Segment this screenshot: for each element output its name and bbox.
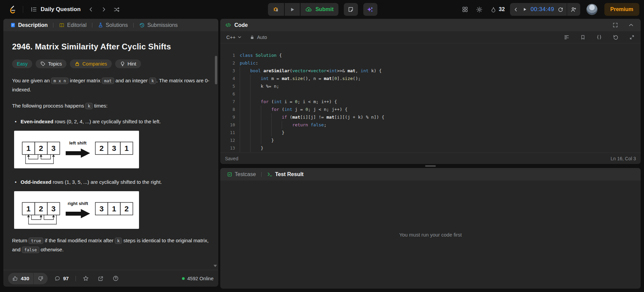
svg-text:3: 3: [51, 205, 56, 213]
tab-submissions[interactable]: Submissions: [136, 20, 181, 30]
tab-editorial[interactable]: Editorial: [56, 20, 89, 30]
prev-question-button[interactable]: [86, 4, 96, 14]
code-line[interactable]: 9if (mat[i][j] != mat[i][(j + k) % n]) {: [220, 113, 641, 121]
tab-test-result[interactable]: Test Result: [264, 170, 306, 179]
difficulty-badge[interactable]: Easy: [12, 59, 32, 68]
tab-solutions[interactable]: Solutions: [95, 20, 131, 30]
streak-counter[interactable]: 32: [488, 5, 507, 14]
premium-button[interactable]: Premium: [604, 3, 639, 16]
code-line[interactable]: 12}: [220, 136, 641, 144]
code-icon: [225, 22, 231, 28]
line-number: 6: [220, 90, 235, 98]
reset-code-button[interactable]: [611, 32, 620, 42]
code-line[interactable]: 13}: [220, 144, 641, 152]
next-question-button[interactable]: [99, 4, 109, 14]
code-line[interactable]: 10return false;: [220, 121, 641, 129]
shuffle-icon: [113, 6, 120, 13]
timer-collapse-button[interactable]: [511, 5, 520, 14]
shift-diagram-image: 123231 left shift: [14, 131, 139, 168]
undo-reset-icon: [613, 34, 618, 40]
code-panel-title: Code: [234, 22, 248, 28]
code-line[interactable]: 1class Solution {: [220, 51, 641, 59]
code-line[interactable]: 8for (int j = 0; j < n; j++) {: [220, 106, 641, 113]
line-number: 13: [220, 144, 235, 152]
tag-icon: [40, 61, 46, 67]
submit-button[interactable]: Submit: [301, 3, 338, 16]
divider: [76, 276, 76, 281]
timer-reset-button[interactable]: [556, 5, 565, 14]
ai-assistant-button[interactable]: [363, 3, 377, 16]
code-line[interactable]: 6: [220, 90, 641, 98]
shift-diagram: 123231 left shift: [16, 133, 136, 167]
format-code-button[interactable]: [562, 32, 571, 42]
hint-button[interactable]: Hint: [115, 59, 141, 68]
online-dot: [182, 277, 185, 280]
comments-button[interactable]: 97: [52, 274, 71, 284]
topics-button[interactable]: Topics: [36, 59, 66, 68]
thumbs-up-icon: [12, 276, 18, 282]
timer-play-button[interactable]: [520, 5, 529, 14]
dislike-button[interactable]: [34, 273, 48, 284]
leetcode-logo[interactable]: [6, 3, 18, 16]
editor-status-bar: Saved Ln 16, Col 3: [220, 153, 641, 164]
language-selector[interactable]: C++: [224, 33, 244, 41]
line-number: 7: [220, 98, 235, 106]
autocomplete-toggle[interactable]: Auto: [250, 35, 267, 40]
like-button[interactable]: 430: [8, 273, 33, 284]
lock-icon: [250, 35, 255, 40]
line-number: 5: [220, 82, 235, 90]
share-external-icon: [98, 276, 104, 282]
language-value: C++: [226, 35, 235, 40]
avatar[interactable]: [586, 4, 598, 15]
help-button[interactable]: [110, 273, 121, 284]
collapse-panel-button[interactable]: [626, 20, 636, 30]
debug-button[interactable]: [268, 3, 284, 16]
add-collaborator-button[interactable]: [568, 4, 579, 15]
scroll-down-icon[interactable]: [214, 265, 217, 267]
console-panel: Testcase Test Result You must run your c…: [220, 168, 641, 289]
code-editor[interactable]: 1class Solution {2public:3bool areSimila…: [220, 43, 641, 153]
problem-list-button[interactable]: Daily Question: [28, 4, 83, 15]
tab-description[interactable]: Description: [7, 20, 50, 30]
scrollbar-thumb[interactable]: [215, 56, 217, 84]
solutions-flask-icon: [98, 22, 103, 28]
code-line[interactable]: 2public:: [220, 59, 641, 67]
line-number: 12: [220, 136, 235, 144]
run-button[interactable]: [285, 3, 300, 16]
svg-text:1: 1: [125, 144, 129, 153]
fullscreen-button[interactable]: [610, 20, 620, 30]
svg-text:1: 1: [27, 144, 31, 153]
chevron-up-icon: [628, 22, 634, 28]
svg-text:1: 1: [27, 205, 31, 213]
question-circle-icon: [112, 275, 119, 282]
svg-text:right shift: right shift: [67, 201, 88, 206]
problem-content: 2946. Matrix Similarity After Cyclic Shi…: [3, 31, 218, 270]
code-line[interactable]: 4int m = mat.size(), n = mat[0].size();: [220, 75, 641, 82]
auto-label: Auto: [257, 35, 267, 40]
random-question-button[interactable]: [111, 4, 122, 15]
svg-text:2: 2: [39, 144, 43, 153]
notes-button[interactable]: [344, 3, 358, 16]
code-line[interactable]: 5k %= n;: [220, 82, 641, 90]
braces-icon: [596, 34, 602, 40]
timer-widget: 00:34:49: [510, 3, 580, 16]
divider: [133, 23, 134, 28]
settings-button[interactable]: [474, 4, 485, 15]
companies-button[interactable]: Companies: [70, 59, 111, 68]
comment-count: 97: [63, 276, 69, 281]
line-number: 1: [220, 51, 235, 59]
lock-icon: [75, 61, 80, 67]
expand-editor-button[interactable]: [627, 33, 637, 42]
share-button[interactable]: [96, 274, 106, 284]
code-line[interactable]: 7for (int i = 0; i < m; i++) {: [220, 98, 641, 106]
format-lines-icon: [564, 34, 569, 40]
snippets-button[interactable]: [594, 32, 604, 42]
layout-button[interactable]: [460, 4, 470, 15]
panel-resize-handle[interactable]: [220, 164, 641, 168]
bookmark-button[interactable]: [578, 33, 588, 42]
code-line[interactable]: 3bool areSimilar(vector<vector<int>>& ma…: [220, 67, 641, 75]
code-line[interactable]: 11}: [220, 129, 641, 136]
tab-testcase[interactable]: Testcase: [224, 170, 259, 179]
flame-icon: [490, 6, 497, 13]
favorite-button[interactable]: [81, 273, 91, 284]
